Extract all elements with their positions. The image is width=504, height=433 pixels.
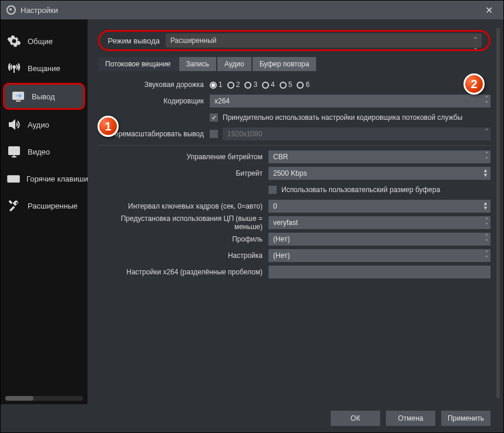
- output-icon: [11, 89, 26, 104]
- annotation-badge-2: 2: [463, 73, 485, 95]
- profile-select[interactable]: (Нет)˄˅: [268, 233, 490, 246]
- enforce-encoder-label: Принудительно использовать настройки код…: [223, 113, 462, 122]
- output-mode-row: Режим вывода Расширенный ⌃⌄: [98, 30, 490, 51]
- encoder-label: Кодировщик: [98, 97, 210, 105]
- preset-select[interactable]: veryfast˄˅: [268, 216, 490, 229]
- sidebar-item-label: Вывод: [32, 92, 55, 101]
- sidebar-item-label: Аудио: [28, 120, 49, 129]
- output-mode-select[interactable]: Расширенный ⌃⌄: [166, 33, 482, 48]
- spinner-icon: ▲▼: [483, 168, 488, 177]
- sidebar-item-output[interactable]: Вывод: [3, 83, 85, 110]
- annotation-badge-1: 1: [98, 116, 119, 137]
- tune-label: Настройка: [98, 251, 268, 260]
- close-icon[interactable]: ✕: [481, 2, 498, 18]
- window-title: Настройки: [21, 6, 58, 15]
- output-tabs: Потоковое вещание Запись Аудио Буфер пов…: [98, 57, 490, 71]
- bitrate-label: Битрейт: [98, 169, 268, 177]
- output-mode-value: Расширенный: [170, 36, 217, 45]
- monitor-icon: [6, 144, 22, 159]
- sidebar-item-label: Общие: [28, 37, 53, 46]
- audio-track-radios: 1 2 3 4 5 6: [210, 80, 490, 89]
- keyboard-icon: [6, 171, 21, 186]
- content-area: Общие Вещание Вывод Аудио: [1, 19, 503, 404]
- dialog-footer: ОК Отмена Применить: [1, 404, 503, 432]
- titlebar: Настройки ✕: [1, 1, 503, 19]
- main-panel: Режим вывода Расширенный ⌃⌄ Потоковое ве…: [88, 19, 503, 404]
- tab-audio[interactable]: Аудио: [217, 57, 251, 71]
- x264opts-input[interactable]: [268, 266, 490, 278]
- custom-buffer-checkbox[interactable]: [268, 186, 277, 194]
- custom-buffer-label: Использовать пользовательский размер буф…: [281, 186, 440, 194]
- x264opts-label: Настройки x264 (разделённые пробелом): [98, 268, 268, 276]
- sidebar-item-general[interactable]: Общие: [1, 28, 88, 55]
- streaming-form: Звуковая дорожка 1 2 3 4 5 6 Кодировщик …: [98, 77, 490, 280]
- apply-button[interactable]: Применить: [441, 411, 490, 426]
- chevron-updown-icon: ˄˅: [485, 234, 488, 244]
- tune-select[interactable]: (Нет)˄˅: [268, 249, 490, 262]
- sidebar-item-video[interactable]: Видео: [1, 138, 88, 165]
- output-mode-label: Режим вывода: [107, 36, 160, 45]
- rescale-select[interactable]: 1920x1080˅: [223, 127, 490, 140]
- profile-label: Профиль: [98, 235, 268, 243]
- chevron-updown-icon: ˄˅: [485, 250, 488, 261]
- tab-recording[interactable]: Запись: [179, 57, 216, 71]
- sidebar-scrollbar[interactable]: [5, 396, 83, 401]
- track-2-radio[interactable]: 2: [227, 80, 240, 89]
- chevron-updown-icon: ⌃⌄: [473, 36, 478, 51]
- chevron-updown-icon: ˄˅: [485, 217, 488, 228]
- track-4-radio[interactable]: 4: [262, 80, 275, 89]
- svg-point-0: [13, 66, 15, 68]
- gear-icon: [6, 33, 22, 49]
- sidebar-item-label: Расширенные: [28, 202, 78, 210]
- sidebar-item-label: Видео: [28, 147, 50, 156]
- track-3-radio[interactable]: 3: [244, 80, 257, 89]
- track-1-radio[interactable]: 1: [210, 80, 223, 89]
- app-logo-icon: [6, 5, 16, 15]
- sidebar-item-advanced[interactable]: Расширенные: [1, 192, 88, 219]
- antenna-icon: [6, 61, 22, 76]
- chevron-down-icon: ˅: [485, 129, 488, 134]
- sidebar-item-hotkeys[interactable]: Горячие клавиши: [1, 165, 88, 192]
- sidebar: Общие Вещание Вывод Аудио: [1, 19, 88, 404]
- sidebar-item-label: Горячие клавиши: [26, 174, 88, 183]
- sidebar-item-stream[interactable]: Вещание: [1, 55, 88, 82]
- encoder-select[interactable]: x264˄˅: [210, 95, 490, 108]
- tab-replay-buffer[interactable]: Буфер повтора: [253, 57, 317, 71]
- speaker-icon: [6, 117, 22, 132]
- rate-control-select[interactable]: CBR˄˅: [268, 150, 490, 163]
- spinner-icon: ▲▼: [483, 201, 488, 210]
- svg-rect-2: [9, 147, 19, 155]
- keyint-label: Интервал ключевых кадров (сек, 0=авто): [98, 202, 268, 210]
- rescale-checkbox[interactable]: [210, 130, 218, 138]
- rate-control-label: Управление битрейтом: [98, 153, 268, 161]
- sidebar-item-audio[interactable]: Аудио: [1, 111, 88, 138]
- enforce-encoder-checkbox[interactable]: [210, 113, 218, 122]
- bitrate-input[interactable]: 2500 Kbps▲▼: [268, 167, 490, 180]
- preset-label: Предустановка использования ЦП (выше = м…: [98, 214, 268, 231]
- settings-window: Настройки ✕ Общие Вещание Вывод: [0, 0, 504, 433]
- audio-track-label: Звуковая дорожка: [98, 80, 210, 89]
- ok-button[interactable]: ОК: [331, 411, 380, 426]
- sidebar-item-label: Вещание: [28, 64, 61, 73]
- keyint-input[interactable]: 0▲▼: [268, 200, 490, 213]
- chevron-updown-icon: ˄˅: [485, 152, 488, 162]
- cancel-button[interactable]: Отмена: [386, 411, 435, 426]
- tools-icon: [6, 198, 22, 213]
- tab-streaming[interactable]: Потоковое вещание: [98, 57, 178, 71]
- chevron-updown-icon: ˄˅: [485, 96, 488, 106]
- main-scrollbar[interactable]: [496, 28, 500, 398]
- track-5-radio[interactable]: 5: [280, 80, 293, 89]
- track-6-radio[interactable]: 6: [297, 80, 310, 89]
